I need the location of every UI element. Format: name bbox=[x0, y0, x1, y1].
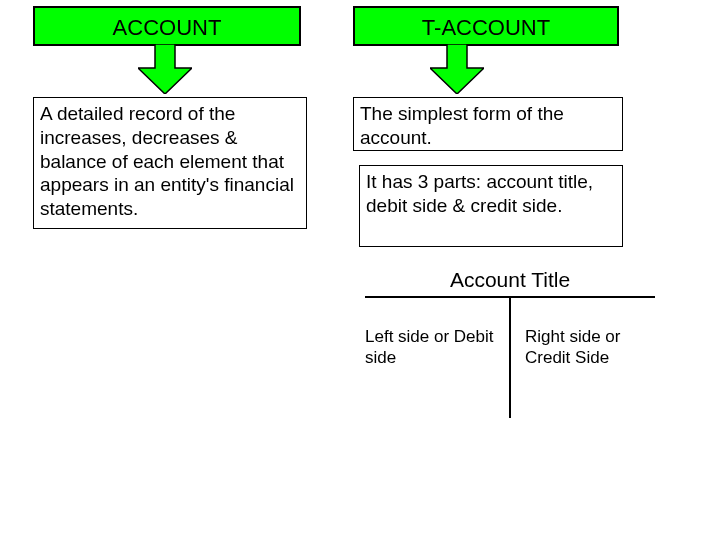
t-account-left-label: Left side or Debit side bbox=[365, 326, 495, 369]
t-account-description-1: The simplest form of the account. bbox=[353, 97, 623, 151]
t-account-description-2: It has 3 parts: account title, debit sid… bbox=[359, 165, 623, 247]
t-account-title: Account Title bbox=[365, 268, 655, 296]
t-account-diagram: Account Title Left side or Debit side Ri… bbox=[365, 268, 655, 298]
svg-marker-0 bbox=[138, 44, 192, 94]
t-account-right-label: Right side or Credit Side bbox=[525, 326, 655, 369]
svg-marker-1 bbox=[430, 44, 484, 94]
account-description: A detailed record of the increases, decr… bbox=[33, 97, 307, 229]
arrow-down-icon bbox=[430, 44, 484, 94]
t-account-horizontal-line: Left side or Debit side Right side or Cr… bbox=[365, 296, 655, 298]
t-account-vertical-line bbox=[509, 298, 511, 418]
arrow-down-icon bbox=[138, 44, 192, 94]
header-t-account: T-ACCOUNT bbox=[353, 6, 619, 46]
header-account: ACCOUNT bbox=[33, 6, 301, 46]
